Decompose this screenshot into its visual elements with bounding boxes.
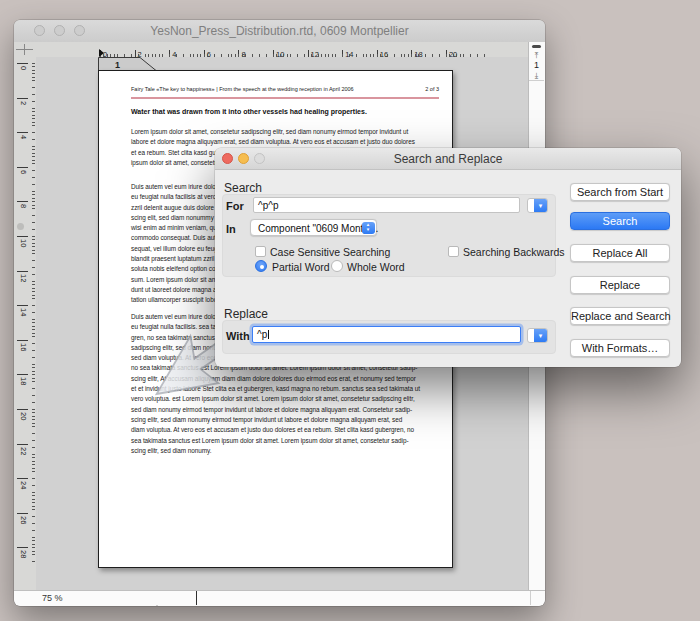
document-line: scing elitr, sed diam nonumy. bbox=[131, 446, 443, 456]
dialog-titlebar[interactable]: Search and Replace bbox=[215, 148, 681, 170]
whole-word-label: Whole Word bbox=[347, 261, 405, 273]
chevron-down-icon: ▼ bbox=[362, 227, 375, 233]
v-ruler-number: 18 bbox=[17, 374, 28, 409]
replace-with-history-dropdown[interactable]: ▾ bbox=[527, 328, 548, 343]
v-ruler-number: 14 bbox=[17, 305, 28, 340]
v-ruler-number: 20 bbox=[17, 409, 28, 444]
partial-word-label: Partial Word bbox=[272, 261, 330, 273]
page-header: Fairy Tale «The key to happiness» | From… bbox=[131, 86, 439, 92]
zoom-out-icon[interactable] bbox=[114, 595, 126, 606]
dialog-title: Search and Replace bbox=[215, 152, 681, 166]
document-line: Lorem ipsum dolor sit amet, consetetur s… bbox=[131, 127, 443, 137]
search-section-label: Search bbox=[224, 181, 262, 195]
document-line: labore et dolore magna aliquyam erat, se… bbox=[131, 137, 443, 147]
v-ruler-number: 10 bbox=[17, 236, 28, 271]
vertical-ruler-numbers: 0246810121416182022242628 bbox=[17, 63, 28, 582]
page-tab-label: 1 bbox=[115, 60, 120, 70]
v-ruler-number: 4 bbox=[17, 132, 28, 167]
horizontal-ruler[interactable]: 02468101214161820 bbox=[36, 42, 529, 58]
search-from-start-button[interactable]: Search from Start bbox=[570, 183, 670, 201]
popup-stepper[interactable]: ▲ ▼ bbox=[362, 222, 375, 234]
in-label: In bbox=[226, 223, 236, 235]
current-page-number: 1 bbox=[529, 60, 544, 71]
page-header-text: Fairy Tale «The key to happiness» | From… bbox=[131, 86, 354, 92]
with-label: With bbox=[226, 330, 250, 342]
document-line: scing elitr, sed diam nonumy eirmod temp… bbox=[131, 415, 443, 425]
case-sensitive-label: Case Sensitive Searching bbox=[270, 246, 390, 258]
desktop: YesNon_Press_Distribution.rtd, 0609 Mont… bbox=[0, 0, 700, 621]
replace-button[interactable]: Replace bbox=[570, 276, 670, 294]
search-for-history-dropdown[interactable]: ▾ bbox=[527, 198, 548, 213]
search-for-input[interactable]: ^p^p bbox=[253, 197, 520, 213]
header-rule bbox=[131, 97, 439, 99]
v-ruler-number: 26 bbox=[17, 513, 28, 548]
status-bar: 75 % bbox=[14, 590, 545, 606]
v-ruler-number: 22 bbox=[17, 444, 28, 479]
previous-page-icon[interactable]: ⤒ bbox=[529, 51, 544, 60]
case-sensitive-checkbox[interactable] bbox=[255, 246, 266, 257]
document-line: sed diam nonumy eirmod tempor invidunt u… bbox=[131, 405, 443, 415]
text-caret bbox=[268, 330, 269, 339]
v-ruler-number: 2 bbox=[17, 98, 28, 133]
ruler-origin-box bbox=[14, 42, 37, 58]
chevron-down-icon[interactable]: ▾ bbox=[534, 329, 547, 342]
page-tab[interactable]: 1 bbox=[98, 57, 160, 71]
v-ruler-number: 28 bbox=[17, 547, 28, 582]
whole-word-radio[interactable] bbox=[331, 260, 343, 272]
radio-dot-icon bbox=[260, 265, 264, 269]
document-line: diam voluptua. At vero eos et accusam et… bbox=[131, 425, 443, 435]
replace-all-button[interactable]: Replace All bbox=[570, 244, 670, 262]
statusbar-divider bbox=[196, 591, 197, 605]
search-and-replace-dialog: Search and Replace Search For ^p^p ▾ In … bbox=[215, 148, 681, 367]
crosshair-icon bbox=[16, 49, 33, 50]
partial-word-radio[interactable] bbox=[255, 260, 267, 272]
v-ruler-number: 12 bbox=[17, 271, 28, 306]
zoom-level[interactable]: 75 % bbox=[42, 593, 63, 603]
zoom-in-icon[interactable] bbox=[146, 595, 162, 606]
vertical-ruler-ticks bbox=[32, 63, 35, 568]
replace-section-label: Replace bbox=[224, 307, 268, 321]
replace-with-input[interactable]: ^p bbox=[252, 326, 521, 343]
next-page-icon[interactable]: ⤓ bbox=[529, 71, 544, 80]
for-label: For bbox=[226, 200, 244, 212]
searching-backwards-checkbox[interactable] bbox=[448, 246, 459, 257]
margin-marker-icon[interactable] bbox=[99, 49, 104, 57]
v-ruler-number: 0 bbox=[17, 63, 28, 98]
window-title: YesNon_Press_Distribution.rtd, 0609 Mont… bbox=[14, 24, 545, 38]
vertical-ruler[interactable]: 0246810121416182022242628 bbox=[14, 57, 37, 591]
window-titlebar[interactable]: YesNon_Press_Distribution.rtd, 0609 Mont… bbox=[14, 20, 545, 43]
statusbar-divider bbox=[530, 591, 531, 605]
split-view-handle[interactable] bbox=[532, 45, 541, 48]
searching-backwards-label: Searching Backwards bbox=[463, 246, 565, 258]
replace-and-search-button[interactable]: Replace and Search bbox=[570, 307, 670, 325]
v-ruler-number: 24 bbox=[17, 478, 28, 513]
mountain-icon bbox=[152, 605, 162, 606]
search-in-popup[interactable]: Component "0609 Montp… ▲ ▼ bbox=[250, 219, 377, 236]
v-ruler-number: 6 bbox=[17, 167, 28, 202]
search-button[interactable]: Search bbox=[570, 212, 670, 230]
chevron-down-icon[interactable]: ▾ bbox=[534, 199, 547, 212]
document-line: sea takimata sanctus est Lorem ipsum dol… bbox=[131, 436, 443, 446]
document-heading: Water that was drawn from it into other … bbox=[131, 108, 443, 115]
v-ruler-number: 8 bbox=[17, 201, 28, 236]
ruler-indicator-dot bbox=[17, 223, 24, 230]
page-navigator: ⤒ 1 ⤓ bbox=[529, 51, 544, 81]
v-ruler-number: 16 bbox=[17, 340, 28, 375]
with-formats-button[interactable]: With Formats… bbox=[570, 339, 670, 357]
page-number-indicator: 2 of 3 bbox=[425, 86, 439, 92]
replace-with-value: ^p bbox=[257, 329, 267, 340]
